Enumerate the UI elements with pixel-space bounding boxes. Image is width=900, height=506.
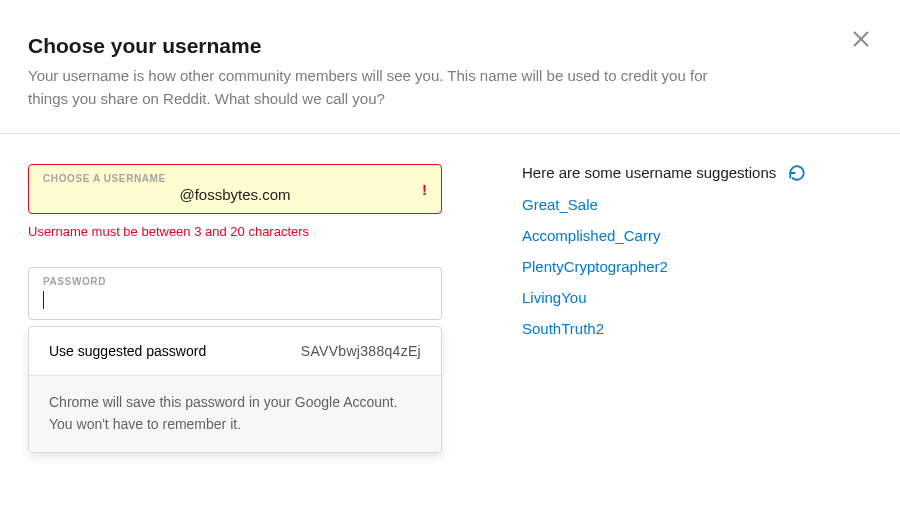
error-icon: ! [422,180,427,197]
page-subtitle: Your username is how other community mem… [28,64,748,111]
suggested-password-prompt: Use suggested password [49,343,206,359]
suggestion-item[interactable]: PlentyCryptographer2 [522,258,872,275]
close-icon[interactable] [850,28,872,54]
suggestions-header: Here are some username suggestions [522,164,872,182]
left-column: CHOOSE A USERNAME @fossbytes.com ! Usern… [28,164,442,453]
password-field[interactable]: PASSWORD [28,267,442,321]
right-column: Here are some username suggestions Great… [522,164,872,453]
suggestion-item[interactable]: Great_Sale [522,196,872,213]
username-field[interactable]: CHOOSE A USERNAME @fossbytes.com ! [28,164,442,214]
username-value: @fossbytes.com [43,186,427,203]
header: Choose your username Your username is ho… [0,0,900,134]
suggestion-item[interactable]: Accomplished_Carry [522,227,872,244]
use-suggested-password-row[interactable]: Use suggested password SAVVbwj388q4zEj [29,327,441,375]
username-error-text: Username must be between 3 and 20 charac… [28,224,442,239]
password-save-info: Chrome will save this password in your G… [29,375,441,451]
content: CHOOSE A USERNAME @fossbytes.com ! Usern… [0,134,900,483]
password-label: PASSWORD [43,276,427,287]
suggestion-item[interactable]: LivingYou [522,289,872,306]
suggestions-title: Here are some username suggestions [522,164,776,181]
page-title: Choose your username [28,34,872,58]
refresh-icon[interactable] [788,164,806,182]
text-cursor [43,291,44,309]
username-label: CHOOSE A USERNAME [43,173,427,184]
suggestion-item[interactable]: SouthTruth2 [522,320,872,337]
suggested-password-value: SAVVbwj388q4zEj [301,343,421,359]
password-suggestion-popup: Use suggested password SAVVbwj388q4zEj C… [28,326,442,452]
